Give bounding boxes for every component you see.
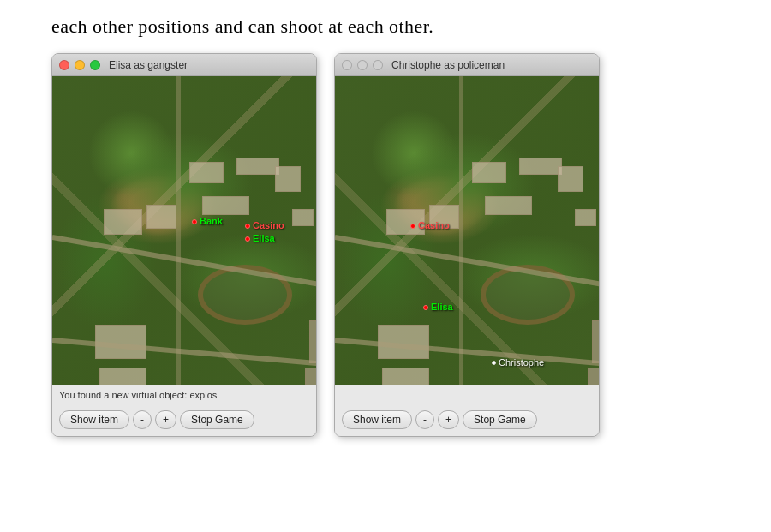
road	[176, 76, 181, 385]
road	[459, 76, 463, 385]
traffic-light-inactive-3	[373, 60, 383, 70]
casino-dot-2	[410, 224, 415, 229]
building	[485, 196, 532, 215]
building	[189, 162, 224, 183]
minus-button-1[interactable]: -	[133, 410, 152, 429]
elisa-dot-1	[245, 236, 250, 242]
road	[52, 338, 316, 374]
aerial-map-christophe: Casino Elisa Christophe	[335, 76, 599, 385]
building	[104, 209, 142, 235]
building	[202, 196, 249, 215]
map-elisa: Bank Casino Elisa Jewelry Christophe Ban…	[52, 76, 316, 385]
building	[275, 166, 301, 192]
building	[99, 368, 146, 385]
traffic-light-inactive-2	[357, 60, 368, 70]
building	[146, 205, 176, 229]
christophe-dot-2	[492, 361, 496, 365]
bank-label-1: Bank	[200, 216, 223, 226]
building	[588, 368, 599, 385]
window-christophe: Christophe as policeman	[334, 53, 600, 437]
building	[519, 158, 562, 175]
building	[472, 162, 506, 183]
traffic-light-yellow-1[interactable]	[75, 60, 85, 70]
titlebar-christophe: Christophe as policeman	[335, 54, 599, 76]
minus-button-2[interactable]: -	[415, 410, 434, 429]
elisa-label-1: Elisa	[253, 233, 275, 243]
building	[558, 166, 583, 192]
stop-game-button-2[interactable]: Stop Game	[463, 410, 537, 429]
casino-dot-1	[245, 224, 250, 229]
titlebar-title-elisa: Elisa as gangster	[109, 59, 188, 71]
windows-container: Elisa as gangster	[0, 53, 771, 437]
header-text: each other positions and can shoot at ea…	[0, 0, 771, 53]
building	[292, 209, 314, 226]
building	[236, 158, 279, 175]
traffic-light-inactive-1	[342, 60, 352, 70]
button-bar-christophe: Show item - + Stop Game	[335, 405, 599, 436]
map-christophe: Casino Elisa Christophe	[335, 76, 599, 385]
traffic-light-green-1[interactable]	[90, 60, 100, 70]
header-text-container: each other positions and can shoot at ea…	[0, 0, 771, 53]
status-bar-christophe	[335, 385, 599, 405]
elisa-label-2: Elisa	[431, 302, 453, 312]
show-item-button-1[interactable]: Show item	[59, 410, 129, 429]
titlebar-title-christophe: Christophe as policeman	[391, 59, 505, 71]
building	[309, 320, 316, 363]
building	[382, 368, 429, 385]
window-elisa: Elisa as gangster	[51, 53, 317, 437]
traffic-light-red-1[interactable]	[59, 60, 69, 70]
stop-game-button-1[interactable]: Stop Game	[180, 410, 254, 429]
building	[592, 320, 599, 363]
christophe-label-2: Christophe	[499, 357, 544, 368]
show-item-button-2[interactable]: Show item	[342, 410, 412, 429]
button-bar-elisa: Show item - + Stop Game	[52, 405, 316, 436]
building	[305, 368, 316, 385]
casino-label-2: Casino	[418, 220, 450, 230]
elisa-dot-2	[423, 305, 428, 310]
status-text-elisa: You found a new virtual object: explos	[59, 390, 217, 400]
road	[335, 338, 599, 374]
aerial-map-elisa: Bank Casino Elisa Jewelry Christophe Ban…	[52, 76, 316, 385]
building	[575, 209, 596, 226]
casino-label-1: Casino	[253, 220, 284, 230]
plus-button-2[interactable]: +	[438, 410, 459, 429]
titlebar-elisa: Elisa as gangster	[52, 54, 316, 76]
status-bar-elisa: You found a new virtual object: explos	[52, 385, 316, 405]
bank-dot-1	[192, 219, 197, 224]
plus-button-1[interactable]: +	[155, 410, 176, 429]
